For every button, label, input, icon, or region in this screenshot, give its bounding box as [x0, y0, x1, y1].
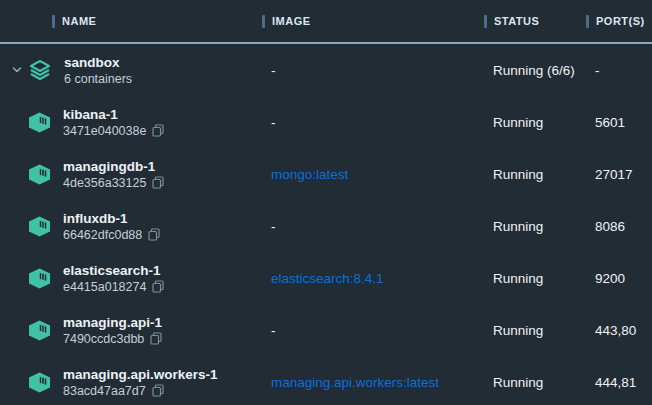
ports-text: 9200: [595, 271, 625, 286]
container-cube-icon: [28, 112, 51, 133]
status-cell: Running: [484, 115, 586, 130]
table-row[interactable]: managing.api-1 7490ccdc3dbb - Running 4: [0, 304, 652, 356]
ports-cell: 8086: [586, 219, 652, 234]
status-text: Running: [493, 219, 543, 234]
layers-stack-icon: [28, 58, 52, 82]
table-row[interactable]: sandbox 6 containers - Running (6/6) -: [0, 44, 652, 96]
name-block: elasticsearch-1 e4415a018274: [63, 263, 164, 294]
copy-icon[interactable]: [150, 332, 162, 345]
ports-text: 8086: [595, 219, 625, 234]
ports-cell: 5601: [586, 115, 652, 130]
copy-icon[interactable]: [152, 176, 164, 189]
status-text: Running: [493, 375, 543, 390]
image-cell: mongo:latest: [262, 167, 484, 182]
container-cube-icon: [28, 320, 51, 341]
image-name[interactable]: mongo:latest: [271, 167, 348, 182]
name-cell: sandbox 6 containers: [0, 44, 262, 96]
column-separator: [484, 15, 487, 28]
table-row[interactable]: elasticsearch-1 e4415a018274 elasticsear…: [0, 252, 652, 304]
table-row[interactable]: influxdb-1 66462dfc0d88 - Running 8086: [0, 200, 652, 252]
container-name[interactable]: managing.api-1: [63, 315, 162, 330]
name-block: sandbox 6 containers: [64, 55, 132, 86]
image-cell: managing.api.workers:latest: [262, 375, 484, 390]
name-cell: kibana-1 3471e040038e: [0, 96, 262, 148]
column-header-image-label: IMAGE: [272, 15, 311, 27]
column-header-status: STATUS: [484, 15, 586, 28]
name-block: influxdb-1 66462dfc0d88: [63, 211, 160, 242]
container-subtext: 83acd47aa7d7: [63, 384, 218, 398]
ports-text: -: [595, 63, 600, 78]
column-header-ports-label: PORT(S): [596, 15, 645, 27]
container-cube-icon: [28, 216, 51, 237]
status-cell: Running: [484, 167, 586, 182]
name-cell: elasticsearch-1 e4415a018274: [0, 252, 262, 304]
column-header-ports: PORT(S): [586, 15, 652, 28]
containers-table: NAME IMAGE STATUS PORT(S): [0, 0, 652, 405]
column-header-status-label: STATUS: [494, 15, 539, 27]
table-header: NAME IMAGE STATUS PORT(S): [0, 0, 652, 44]
container-subtext: 7490ccdc3dbb: [63, 332, 162, 346]
image-cell: elasticsearch:8.4.1: [262, 271, 484, 286]
status-text: Running: [493, 115, 543, 130]
image-name: -: [271, 115, 276, 130]
ports-text: 27017: [595, 167, 633, 182]
container-cube-icon: [28, 372, 51, 393]
container-subtext: 4de356a33125: [63, 176, 164, 190]
ports-text: 5601: [595, 115, 625, 130]
status-text: Running: [493, 323, 543, 338]
container-cube-icon: [28, 164, 51, 185]
image-cell: -: [262, 219, 484, 234]
status-cell: Running: [484, 271, 586, 286]
ports-cell: 9200: [586, 271, 652, 286]
container-id: 66462dfc0d88: [63, 228, 142, 242]
status-text: Running: [493, 271, 543, 286]
name-cell: managingdb-1 4de356a33125: [0, 148, 262, 200]
table-body: sandbox 6 containers - Running (6/6) -: [0, 44, 652, 405]
container-name[interactable]: managingdb-1: [63, 159, 164, 174]
name-block: kibana-1 3471e040038e: [63, 107, 164, 138]
container-name[interactable]: kibana-1: [63, 107, 164, 122]
container-subtext: 66462dfc0d88: [63, 228, 160, 242]
column-separator: [262, 15, 265, 28]
image-cell: -: [262, 115, 484, 130]
table-row[interactable]: managingdb-1 4de356a33125 mongo:latest R…: [0, 148, 652, 200]
container-cube-icon: [28, 268, 51, 289]
table-row[interactable]: kibana-1 3471e040038e - Running 5601: [0, 96, 652, 148]
status-text: Running: [493, 167, 543, 182]
copy-icon[interactable]: [152, 280, 164, 293]
container-id: 83acd47aa7d7: [63, 384, 146, 398]
image-name[interactable]: managing.api.workers:latest: [271, 375, 439, 390]
name-block: managingdb-1 4de356a33125: [63, 159, 164, 190]
name-cell: influxdb-1 66462dfc0d88: [0, 200, 262, 252]
image-name: -: [271, 219, 276, 234]
status-cell: Running: [484, 219, 586, 234]
status-cell: Running: [484, 375, 586, 390]
container-name[interactable]: managing.api.workers-1: [63, 367, 218, 382]
container-id: e4415a018274: [63, 280, 146, 294]
column-header-image: IMAGE: [262, 15, 484, 28]
column-header-name-label: NAME: [62, 15, 96, 27]
container-subtext: 3471e040038e: [63, 124, 164, 138]
ports-text: 443,80: [595, 323, 636, 338]
container-name[interactable]: elasticsearch-1: [63, 263, 164, 278]
column-separator: [586, 15, 589, 28]
copy-icon[interactable]: [152, 124, 164, 137]
status-text: Running (6/6): [493, 63, 575, 78]
container-id: 4de356a33125: [63, 176, 146, 190]
image-name[interactable]: elasticsearch:8.4.1: [271, 271, 384, 286]
name-block: managing.api.workers-1 83acd47aa7d7: [63, 367, 218, 398]
name-cell: managing.api.workers-1 83acd47aa7d7: [0, 356, 262, 405]
chevron-down-icon[interactable]: [11, 64, 23, 76]
container-subtext: 6 containers: [64, 72, 132, 86]
ports-text: 444,81: [595, 375, 636, 390]
copy-icon[interactable]: [152, 384, 164, 397]
column-separator: [52, 15, 55, 28]
copy-icon[interactable]: [148, 228, 160, 241]
column-header-name: NAME: [0, 15, 262, 28]
container-subtext: e4415a018274: [63, 280, 164, 294]
container-name[interactable]: sandbox: [64, 55, 132, 70]
container-id: 6 containers: [64, 72, 132, 86]
container-name[interactable]: influxdb-1: [63, 211, 160, 226]
ports-cell: -: [586, 63, 652, 78]
table-row[interactable]: managing.api.workers-1 83acd47aa7d7 mana…: [0, 356, 652, 405]
